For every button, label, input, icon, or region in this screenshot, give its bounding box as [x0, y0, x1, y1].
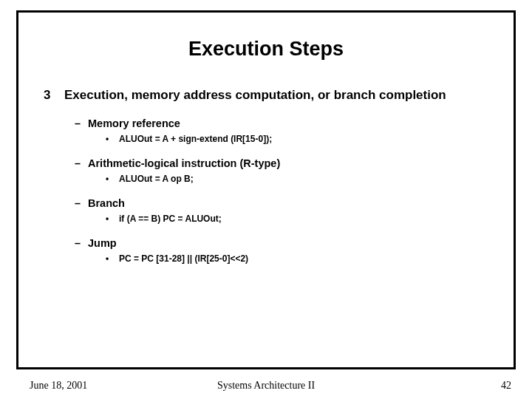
step-heading: 3 Execution, memory address computation,… — [44, 87, 488, 103]
dash-bullet: – — [75, 197, 88, 209]
dot-bullet: • — [106, 214, 119, 224]
dash-bullet: – — [75, 157, 88, 169]
sub1-label: Arithmetic-logical instruction (R-type) — [88, 157, 280, 169]
sub-arithmetic: –Arithmetic-logical instruction (R-type) — [75, 157, 488, 169]
sub2-text: if (A == B) PC = ALUOut; — [119, 214, 222, 224]
dash-bullet: – — [75, 117, 88, 129]
sub-arithmetic-detail: •ALUOut = A op B; — [106, 174, 488, 184]
footer-page-number: 42 — [501, 380, 511, 392]
sub1-label: Jump — [88, 237, 117, 249]
sub-memory-reference: –Memory reference — [75, 117, 488, 129]
step-number: 3 — [44, 87, 64, 103]
sub-branch: –Branch — [75, 197, 488, 209]
slide-content: 3 Execution, memory address computation,… — [18, 61, 514, 264]
dot-bullet: • — [106, 174, 119, 184]
sub-jump-detail: •PC = PC [31-28] || (IR[25-0]<<2) — [106, 253, 488, 264]
sub1-label: Branch — [88, 197, 125, 209]
dash-bullet: – — [75, 237, 88, 249]
sub2-text: PC = PC [31-28] || (IR[25-0]<<2) — [119, 253, 248, 264]
step-text: Execution, memory address computation, o… — [64, 87, 488, 103]
slide-title: Execution Steps — [18, 38, 514, 61]
dot-bullet: • — [106, 134, 119, 144]
sub-memory-reference-detail: •ALUOut = A + sign-extend (IR[15-0]); — [106, 134, 488, 144]
sub2-text: ALUOut = A + sign-extend (IR[15-0]); — [119, 134, 272, 144]
sub-branch-detail: •if (A == B) PC = ALUOut; — [106, 214, 488, 224]
footer-center: Systems Architecture II — [0, 380, 532, 392]
dot-bullet: • — [106, 253, 119, 264]
slide-border: Execution Steps 3 Execution, memory addr… — [16, 10, 516, 369]
sub1-label: Memory reference — [88, 117, 180, 129]
sub2-text: ALUOut = A op B; — [119, 174, 194, 184]
sub-jump: –Jump — [75, 237, 488, 249]
